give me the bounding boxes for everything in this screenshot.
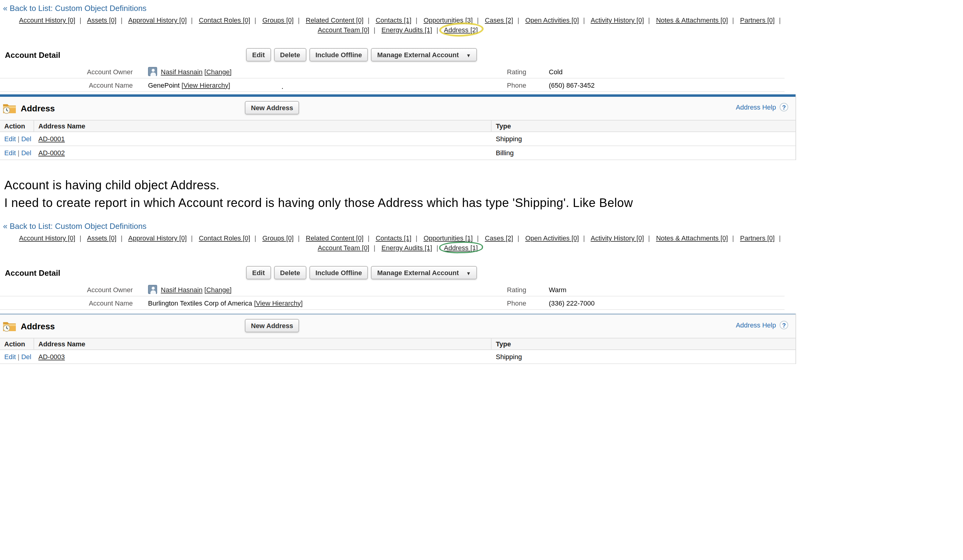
del-link[interactable]: Del — [21, 353, 31, 360]
related-list-item: Approval History [0]| — [128, 234, 197, 242]
related-list-link[interactable]: Account Team [0] — [318, 244, 370, 251]
column-header-action: Action — [0, 121, 34, 131]
related-list-link[interactable]: Notes & Attachments [0] — [656, 234, 728, 242]
related-list-link[interactable]: Approval History [0] — [128, 16, 187, 24]
related-list-item: Account Team [0]| — [318, 26, 379, 34]
related-list-link[interactable]: Approval History [0] — [128, 234, 187, 242]
related-list-link[interactable]: Contact Roles [0] — [199, 234, 250, 242]
related-list-link[interactable]: Address [2] — [444, 26, 478, 34]
action-button[interactable]: Edit — [246, 266, 271, 279]
rating-value: Warm — [533, 286, 785, 293]
del-link[interactable]: Del — [21, 135, 31, 142]
address-name-link[interactable]: AD-0003 — [38, 353, 65, 360]
view-hierarchy-link[interactable]: [View Hierarchy] — [182, 81, 230, 89]
related-list-link[interactable]: Cases [2] — [485, 16, 513, 24]
related-list-link[interactable]: Contacts [1] — [376, 16, 411, 24]
related-list-link[interactable]: Groups [0] — [262, 16, 293, 24]
edit-link[interactable]: Edit — [4, 353, 16, 360]
help-question-icon[interactable]: ? — [780, 321, 788, 329]
related-list-link[interactable]: Address [1] — [444, 244, 478, 251]
related-list-item: Groups [0]| — [262, 234, 304, 242]
related-list-link[interactable]: Assets [0] — [87, 16, 117, 24]
address-related-list-section: Address New Address Address Help ? Actio… — [0, 314, 796, 364]
phone-value: (336) 222-7000 — [533, 299, 785, 306]
related-list-link[interactable]: Contacts [1] — [376, 234, 411, 242]
link-separator: | — [374, 244, 376, 251]
address-section-title: Address — [21, 321, 55, 331]
edit-link[interactable]: Edit — [4, 135, 16, 142]
related-list-link[interactable]: Related Content [0] — [306, 16, 364, 24]
related-list-link[interactable]: Assets [0] — [87, 234, 117, 242]
back-to-list-link[interactable]: « Back to List: Custom Object Definition… — [3, 222, 146, 231]
related-lists-row-1: Account History [0]| Assets [0]| Approva… — [0, 234, 804, 242]
related-list-link[interactable]: Related Content [0] — [306, 234, 364, 242]
link-separator: | — [298, 16, 300, 24]
related-list-link[interactable]: Activity History [0] — [590, 16, 644, 24]
link-separator: | — [416, 16, 418, 24]
address-folder-icon — [2, 318, 17, 333]
edit-link[interactable]: Edit — [4, 149, 16, 157]
address-table-row: Edit|Del AD-0002 Billing — [0, 146, 796, 160]
related-list-item: Notes & Attachments [0]| — [656, 16, 738, 24]
related-list-link[interactable]: Partners [0] — [740, 16, 775, 24]
link-separator: | — [374, 26, 376, 34]
address-name-link[interactable]: AD-0001 — [38, 135, 65, 142]
related-list-link[interactable]: Partners [0] — [740, 234, 775, 242]
address-type-cell: Shipping — [491, 135, 796, 142]
help-question-icon[interactable]: ? — [780, 103, 788, 112]
related-list-item: Cases [2]| — [485, 234, 524, 242]
page: « Back to List: Custom Object Definition… — [0, 0, 963, 560]
action-separator: | — [18, 149, 19, 157]
related-list-link[interactable]: Account Team [0] — [318, 26, 370, 34]
action-button[interactable]: Delete — [274, 48, 306, 62]
related-list-link[interactable]: Notes & Attachments [0] — [656, 16, 728, 24]
back-to-list-link[interactable]: « Back to List: Custom Object Definition… — [3, 4, 146, 13]
new-address-button[interactable]: New Address — [245, 319, 299, 332]
related-list-link[interactable]: Contact Roles [0] — [199, 16, 250, 24]
field-row-name: Account Name GenePoint [View Hierarchy] … — [0, 79, 785, 92]
related-list-link[interactable]: Open Activities [0] — [525, 16, 579, 24]
related-list-link[interactable]: Activity History [0] — [590, 234, 644, 242]
address-table-header: Action Address Name Type — [0, 120, 796, 132]
related-list-item: Assets [0]| — [87, 234, 127, 242]
address-help-link[interactable]: Address Help — [736, 104, 776, 111]
link-separator: | — [583, 234, 585, 242]
related-list-link[interactable]: Open Activities [0] — [525, 234, 579, 242]
change-owner-link[interactable]: [Change] — [204, 286, 232, 293]
related-list-link[interactable]: Opportunities [3] — [424, 16, 473, 24]
address-table: Action Address Name Type Edit|Del AD-000… — [0, 338, 796, 364]
link-separator: | — [517, 16, 519, 24]
related-list-item: Cases [2]| — [485, 16, 524, 24]
related-list-link[interactable]: Energy Audits [1] — [382, 26, 432, 34]
related-list-link[interactable]: Account History [0] — [19, 16, 76, 24]
action-button[interactable]: Delete — [274, 266, 306, 279]
address-help-link[interactable]: Address Help — [736, 321, 776, 329]
related-list-link[interactable]: Energy Audits [1] — [382, 244, 432, 251]
related-list-link[interactable]: Groups [0] — [262, 234, 293, 242]
action-button[interactable]: Include Offline — [310, 266, 368, 279]
manage-external-account-button[interactable]: Manage External Account▼ — [371, 266, 477, 279]
view-hierarchy-link[interactable]: [View Hierarchy] — [254, 299, 303, 306]
related-list-link[interactable]: Opportunities [1] — [424, 234, 473, 242]
related-list-link[interactable]: Account History [0] — [19, 234, 76, 242]
link-separator: | — [732, 234, 734, 242]
action-button[interactable]: Edit — [246, 48, 271, 62]
address-name-link[interactable]: AD-0002 — [38, 149, 65, 157]
address-table: Action Address Name Type Edit|Del AD-000… — [0, 120, 796, 160]
related-list-item: Partners [0]| — [740, 234, 785, 242]
manage-external-account-button[interactable]: Manage External Account▼ — [371, 48, 477, 62]
field-row-name: Account Name Burlington Textiles Corp of… — [0, 296, 785, 310]
related-list-item: Contact Roles [0]| — [199, 234, 260, 242]
related-list-item: Open Activities [0]| — [525, 16, 589, 24]
new-address-button[interactable]: New Address — [245, 101, 299, 115]
account-owner-link[interactable]: Nasif Hasnain — [161, 68, 203, 75]
address-table-body: Edit|Del AD-0001 Shipping Edit|Del AD-00… — [0, 132, 796, 160]
del-link[interactable]: Del — [21, 149, 31, 157]
action-button[interactable]: Include Offline — [310, 48, 368, 62]
related-list-link[interactable]: Cases [2] — [485, 234, 513, 242]
link-separator: | — [255, 16, 256, 24]
account-owner-link[interactable]: Nasif Hasnain — [161, 286, 203, 293]
account-owner-label: Account Owner — [0, 286, 140, 293]
change-owner-link[interactable]: [Change] — [204, 68, 232, 75]
address-type-cell: Billing — [491, 149, 796, 157]
